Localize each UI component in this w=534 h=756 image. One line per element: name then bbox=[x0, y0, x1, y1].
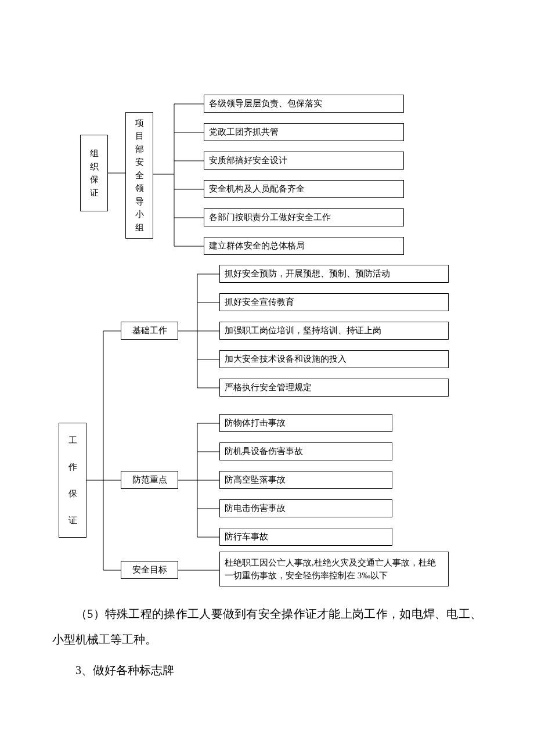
leaf-group-safety-pattern: 建立群体安全的总体格局 bbox=[204, 237, 404, 255]
mid1-c9: 组 bbox=[135, 221, 144, 235]
mid1-c6: 领 bbox=[135, 182, 144, 195]
root-org-c3: 保 bbox=[90, 173, 99, 186]
leaf-org-staffing: 安全机构及人员配备齐全 bbox=[204, 180, 404, 198]
leaf-fall-accident: 防高空坠落事故 bbox=[219, 471, 392, 489]
leaf-text: 抓好安全宣传教育 bbox=[225, 296, 294, 309]
mid1-c8: 小 bbox=[135, 208, 144, 221]
mid-basic-work: 基础工作 bbox=[121, 322, 178, 340]
leaf-safety-target-text: 杜绝职工因公亡人事故,杜绝火灾及交通亡人事故，杜绝一切重伤事故，安全轻伤率控制在… bbox=[219, 552, 449, 586]
leaf-party-union-manage: 党政工团齐抓共管 bbox=[204, 123, 404, 141]
root2-c3: 保 bbox=[68, 487, 77, 501]
leaf-text: 各部门按职责分工做好安全工作 bbox=[209, 211, 331, 224]
root2-c4: 证 bbox=[68, 514, 77, 527]
leaf-text: 各级领导层层负责、包保落实 bbox=[209, 97, 322, 110]
leaf-dept-duties: 各部门按职责分工做好安全工作 bbox=[204, 208, 404, 226]
paragraph-heading-3-text: 3、做好各种标志牌 bbox=[75, 664, 174, 676]
leaf-text: 防电击伤害事故 bbox=[225, 502, 286, 515]
paragraph-5: （5）特殊工程的操作工人要做到有安全操作证才能上岗工作，如电焊、电工、小型机械工… bbox=[0, 601, 534, 652]
leaf-safety-education: 抓好安全宣传教育 bbox=[219, 293, 449, 311]
leaf-text: 加大安全技术设备和设施的投入 bbox=[225, 352, 347, 366]
leaf-text: 防行车事故 bbox=[225, 530, 268, 543]
mid1-c1: 项 bbox=[135, 117, 144, 130]
leaf-safety-rules: 严格执行安全管理规定 bbox=[219, 379, 449, 397]
mid1-c5: 全 bbox=[135, 169, 144, 182]
leaf-text: 抓好安全预防，开展预想、预制、预防活动 bbox=[225, 267, 390, 280]
leaf-safety-design: 安质部搞好安全设计 bbox=[204, 152, 404, 170]
leaf-job-training: 加强职工岗位培训，坚持培训、持证上岗 bbox=[219, 322, 449, 340]
page: 组 织 保 证 项 目 部 安 全 领 导 小 组 各级领导层层负责、包保落实 … bbox=[0, 0, 534, 756]
leaf-text: 安全机构及人员配备齐全 bbox=[209, 182, 305, 196]
mid-prevent-key-text: 防范重点 bbox=[132, 473, 167, 487]
leaf-text: 防物体打击事故 bbox=[225, 416, 286, 430]
mid1-c7: 导 bbox=[135, 195, 144, 208]
paragraph-heading-3: 3、做好各种标志牌 bbox=[0, 657, 534, 683]
leaf-leaders-responsible: 各级领导层层负责、包保落实 bbox=[204, 95, 404, 113]
mid-project-safety-group: 项 目 部 安 全 领 导 小 组 bbox=[125, 112, 153, 239]
mid-safety-goal: 安全目标 bbox=[121, 561, 178, 579]
leaf-object-strike: 防物体打击事故 bbox=[219, 414, 392, 432]
root-org-c4: 证 bbox=[90, 186, 99, 200]
mid1-c2: 目 bbox=[135, 129, 144, 143]
leaf-text: 杜绝职工因公亡人事故,杜绝火灾及交通亡人事故，杜绝一切重伤事故，安全轻伤率控制在… bbox=[225, 556, 443, 582]
mid1-c4: 安 bbox=[135, 156, 144, 169]
leaf-text: 防高空坠落事故 bbox=[225, 473, 286, 487]
leaf-text: 党政工团齐抓共管 bbox=[209, 125, 279, 139]
root-org-assurance: 组 织 保 证 bbox=[80, 135, 108, 211]
mid-safety-goal-text: 安全目标 bbox=[132, 563, 167, 577]
leaf-text: 严格执行安全管理规定 bbox=[225, 381, 312, 394]
leaf-text: 安质部搞好安全设计 bbox=[209, 154, 287, 167]
mid-prevent-key: 防范重点 bbox=[121, 471, 178, 489]
leaf-vehicle-accident: 防行车事故 bbox=[219, 528, 392, 546]
root-work-assurance: 工 作 保 证 bbox=[59, 423, 86, 538]
leaf-electric-shock: 防电击伤害事故 bbox=[219, 499, 392, 517]
root-org-c2: 织 bbox=[90, 160, 99, 174]
mid1-c3: 部 bbox=[135, 143, 144, 156]
root-org-c1: 组 bbox=[90, 147, 99, 160]
leaf-text: 加强职工岗位培训，坚持培训、持证上岗 bbox=[225, 324, 381, 337]
leaf-machine-injury: 防机具设备伤害事故 bbox=[219, 442, 392, 460]
root2-c2: 作 bbox=[68, 460, 77, 474]
root2-c1: 工 bbox=[68, 434, 77, 447]
leaf-safety-investment: 加大安全技术设备和设施的投入 bbox=[219, 350, 449, 368]
leaf-text: 建立群体安全的总体格局 bbox=[209, 239, 305, 253]
leaf-text: 防机具设备伤害事故 bbox=[225, 445, 303, 458]
mid-basic-work-text: 基础工作 bbox=[132, 324, 167, 337]
leaf-safety-prevention: 抓好安全预防，开展预想、预制、预防活动 bbox=[219, 265, 449, 283]
paragraph-5-text: （5）特殊工程的操作工人要做到有安全操作证才能上岗工作，如电焊、电工、小型机械工… bbox=[52, 607, 482, 646]
